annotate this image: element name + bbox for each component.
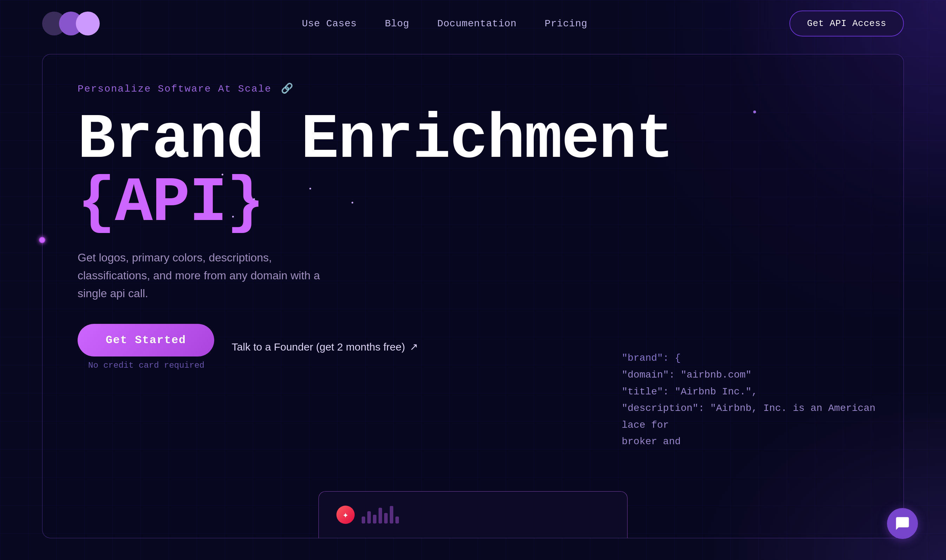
nav-blog[interactable]: Blog: [385, 18, 409, 29]
dot-decoration-2: [309, 188, 311, 189]
dot-decoration-3: [253, 198, 255, 200]
hero-heading: Brand Enrichment {API}: [77, 108, 869, 235]
json-line-1: "brand": {: [622, 350, 875, 367]
get-started-button[interactable]: Get Started: [77, 324, 214, 357]
get-api-access-button[interactable]: Get API Access: [789, 11, 904, 37]
main-container: Personalize Software At Scale 🔗 Brand En…: [42, 54, 904, 538]
airbnb-row: ✦: [336, 506, 610, 524]
dot-decoration-4: [352, 202, 353, 203]
json-line-6: broker and: [622, 433, 875, 450]
dot-decoration-5: [232, 216, 234, 217]
nav-pricing[interactable]: Pricing: [545, 18, 588, 29]
talk-to-founder-button[interactable]: Talk to a Founder (get 2 months free) ↗: [232, 341, 418, 353]
no-credit-text: No credit card required: [88, 361, 214, 370]
dot-decoration-1: [222, 174, 223, 175]
bar-2: [367, 511, 371, 523]
bar-3: [373, 515, 377, 523]
bar-5: [384, 513, 388, 523]
bar-7: [395, 517, 399, 523]
chat-icon: [895, 516, 910, 531]
left-dot-decoration: [39, 237, 45, 243]
arrow-icon: ↗: [410, 341, 418, 352]
navbar: Use Cases Blog Documentation Pricing Get…: [0, 0, 946, 47]
json-preview: "brand": { "domain": "airbnb.com" "title…: [622, 350, 875, 450]
json-line-2: "domain": "airbnb.com": [622, 367, 875, 383]
logo[interactable]: [42, 12, 100, 35]
chat-bubble-button[interactable]: [887, 508, 918, 539]
tagline-icon: 🔗: [281, 83, 294, 94]
hero-description: Get logos, primary colors, descriptions,…: [77, 249, 330, 303]
bottom-panel: ✦: [318, 491, 628, 538]
tagline: Personalize Software At Scale 🔗: [77, 83, 869, 94]
airbnb-icon: ✦: [336, 506, 355, 524]
json-line-4: "description": "Airbnb, Inc. is an Ameri…: [622, 400, 875, 417]
bar-chart: [362, 506, 399, 523]
bar-4: [378, 508, 382, 523]
bar-6: [390, 506, 393, 523]
logo-circle-3: [76, 12, 100, 35]
nav-use-cases[interactable]: Use Cases: [302, 18, 357, 29]
json-line-5: lace for: [622, 417, 875, 434]
json-line-3: "title": "Airbnb Inc.",: [622, 383, 875, 400]
nav-documentation[interactable]: Documentation: [437, 18, 517, 29]
dot-decoration-6: [753, 111, 756, 113]
bar-1: [362, 517, 365, 523]
nav-links: Use Cases Blog Documentation Pricing: [302, 18, 588, 29]
